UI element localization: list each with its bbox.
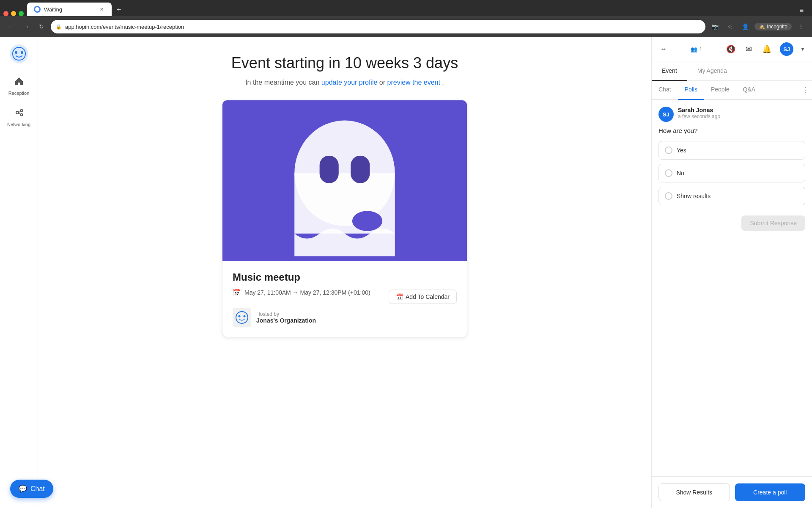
home-icon — [14, 76, 24, 89]
tab-people[interactable]: People — [704, 81, 736, 100]
add-to-calendar-button[interactable]: 📅 Add To Calendar — [389, 290, 457, 304]
poll-option-yes[interactable]: Yes — [658, 141, 805, 160]
header-actions: 🔇 ✉ 🔔 SJ ▼ — [724, 42, 805, 56]
minimize-window-button[interactable] — [11, 11, 16, 16]
tab-close-button[interactable]: ✕ — [98, 6, 105, 13]
update-profile-link[interactable]: update your profile — [321, 79, 378, 86]
svg-point-5 — [20, 110, 22, 112]
people-icon: 👥 — [691, 46, 697, 52]
svg-point-0 — [35, 7, 39, 11]
event-image — [222, 100, 467, 261]
more-options-icon[interactable]: ⋮ — [795, 21, 807, 33]
mute-icon[interactable]: 🔇 — [724, 43, 737, 55]
poll-radio-show-results — [665, 192, 672, 200]
hosted-by-label: Hosted by — [256, 311, 316, 317]
or-text: or — [379, 79, 387, 86]
event-card: Music meetup 📅 May 27, 11:00AM → May 27,… — [222, 100, 467, 337]
org-details: Hosted by Jonas's Organization — [256, 311, 316, 324]
svg-point-2 — [15, 51, 17, 54]
submit-response-button[interactable]: Submit Response — [741, 215, 805, 231]
right-panel: ↔ 👥 1 🔇 ✉ 🔔 SJ ▼ Event My Agenda Chat Po… — [651, 37, 812, 508]
preview-link[interactable]: preview the event — [387, 79, 440, 86]
chat-icon: 💬 — [19, 485, 27, 493]
tab-event[interactable]: Event — [652, 61, 687, 81]
attendee-count-number: 1 — [699, 46, 702, 52]
poll-section: SJ Sarah Jonas a few seconds ago How are… — [652, 100, 812, 476]
browser-controls: ← → ↻ 🔒 app.hopin.com/events/music-meetu… — [0, 16, 812, 37]
more-tabs-icon[interactable]: ⋮ — [798, 81, 812, 99]
event-name: Music meetup — [233, 271, 457, 283]
svg-rect-12 — [351, 156, 370, 183]
right-panel-header: ↔ 👥 1 🔇 ✉ 🔔 SJ ▼ — [652, 37, 812, 61]
event-date-text: May 27, 11:00AM → May 27, 12:30PM (+01:0… — [244, 289, 370, 296]
sidebar-item-networking-label: Networking — [7, 122, 30, 127]
mail-icon[interactable]: ✉ — [744, 43, 754, 55]
author-avatar: SJ — [658, 107, 674, 122]
bell-icon[interactable]: 🔔 — [760, 43, 773, 55]
tab-polls[interactable]: Polls — [678, 81, 704, 100]
add-calendar-label: Add To Calendar — [406, 293, 450, 300]
author-initials: SJ — [663, 111, 669, 118]
panel-sub-tabs: Chat Polls People Q&A ⋮ — [652, 81, 812, 100]
camera-off-icon[interactable]: 📷 — [709, 21, 721, 33]
svg-rect-11 — [320, 156, 339, 183]
poll-option-no-label: No — [677, 170, 684, 177]
poll-option-show-results[interactable]: Show results — [658, 187, 805, 205]
bookmark-icon[interactable]: ☆ — [724, 21, 736, 33]
new-tab-button[interactable]: + — [113, 4, 125, 16]
reload-button[interactable]: ↻ — [36, 21, 47, 33]
sidebar-item-reception[interactable]: Reception — [2, 72, 36, 100]
sidebar-item-networking[interactable]: Networking — [2, 103, 36, 131]
attendee-count: 👥 1 — [691, 46, 702, 52]
incognito-label: Incognito — [767, 24, 787, 30]
top-panel-tabs: Event My Agenda — [652, 61, 812, 81]
tab-title: Waiting — [44, 6, 62, 13]
svg-point-4 — [16, 111, 19, 114]
svg-point-6 — [20, 114, 22, 116]
event-info: Music meetup 📅 May 27, 11:00AM → May 27,… — [222, 261, 467, 337]
tab-qa[interactable]: Q&A — [736, 81, 763, 100]
event-date: 📅 May 27, 11:00AM → May 27, 12:30PM (+01… — [233, 288, 370, 296]
create-poll-button[interactable]: Create a poll — [735, 483, 806, 501]
close-window-button[interactable] — [3, 11, 8, 16]
author-time: a few seconds ago — [678, 113, 720, 119]
incognito-icon: 🕵 — [759, 24, 765, 30]
back-button[interactable]: ← — [5, 21, 17, 33]
subtitle-suffix: . — [442, 79, 444, 86]
calendar-add-icon: 📅 — [396, 293, 403, 300]
address-bar[interactable]: 🔒 app.hopin.com/events/music-meetup-1/re… — [51, 20, 705, 33]
networking-icon — [14, 108, 24, 120]
app-logo[interactable] — [9, 44, 29, 64]
panel-bottom: Show Results Create a poll — [652, 476, 812, 508]
chevron-down-icon[interactable]: ▼ — [800, 46, 805, 52]
author-name: Sarah Jonas — [678, 107, 720, 113]
user-avatar[interactable]: SJ — [780, 42, 793, 56]
hosted-by: Hosted by Jonas's Organization — [233, 308, 457, 327]
browser-menu-icon[interactable]: ≡ — [795, 5, 809, 16]
show-results-button[interactable]: Show Results — [658, 483, 730, 501]
tab-my-agenda[interactable]: My Agenda — [687, 61, 737, 81]
tab-chat[interactable]: Chat — [652, 81, 678, 100]
url-text: app.hopin.com/events/music-meetup-1/rece… — [65, 24, 184, 30]
org-name: Jonas's Organization — [256, 317, 316, 324]
maximize-window-button[interactable] — [19, 11, 24, 16]
sidebar-item-reception-label: Reception — [8, 91, 30, 96]
poll-radio-yes — [665, 146, 672, 154]
active-tab[interactable]: Waiting ✕ — [27, 3, 112, 16]
event-subtitle: In the meantime you can update your prof… — [245, 79, 444, 86]
poll-author: SJ Sarah Jonas a few seconds ago — [658, 107, 805, 122]
poll-radio-no — [665, 169, 672, 177]
poll-option-yes-label: Yes — [677, 147, 686, 154]
incognito-button[interactable]: 🕵 Incognito — [754, 23, 792, 30]
forward-button[interactable]: → — [20, 21, 32, 33]
app-layout: Reception Networking Event starting in 1… — [0, 37, 812, 508]
chat-widget[interactable]: 💬 Chat — [10, 480, 53, 498]
svg-rect-14 — [233, 308, 251, 327]
browser-tabs: Waiting ✕ + ≡ — [0, 0, 812, 16]
left-sidebar: Reception Networking — [0, 37, 38, 508]
expand-icon[interactable]: ↔ — [658, 44, 669, 55]
main-content: Event starting in 10 weeks 3 days In the… — [38, 37, 651, 508]
poll-option-no[interactable]: No — [658, 164, 805, 182]
profile-icon[interactable]: 👤 — [739, 21, 751, 33]
event-countdown: Event starting in 10 weeks 3 days — [231, 54, 458, 72]
